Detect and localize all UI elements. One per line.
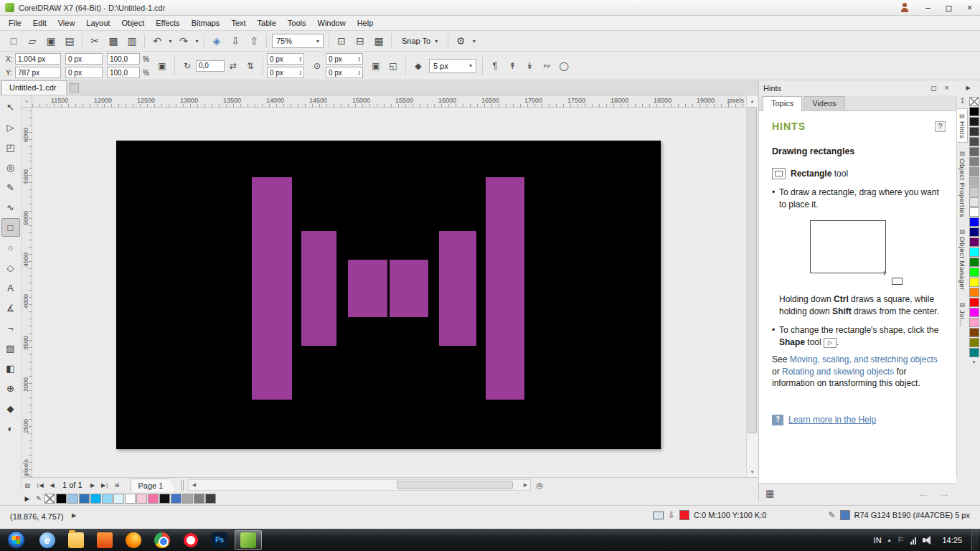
save-icon[interactable]: ▣ <box>42 32 60 50</box>
status-expand-icon[interactable]: ▶ <box>72 512 76 519</box>
purple-rectangle[interactable] <box>348 260 387 317</box>
menu-bitmaps[interactable]: Bitmaps <box>186 17 226 29</box>
color-swatch[interactable] <box>969 167 979 176</box>
ellipse-tool[interactable]: ○ <box>1 238 20 257</box>
taskbar-firefox[interactable] <box>120 530 147 550</box>
mirror-horizontal-button[interactable]: ⇄ <box>225 58 241 74</box>
color-swatch[interactable] <box>56 494 67 504</box>
scroll-up-icon[interactable]: ▴ <box>747 95 758 106</box>
scroll-right-icon[interactable]: ▶ <box>520 480 530 490</box>
new-document-icon[interactable]: □ <box>4 32 23 50</box>
scroll-down-icon[interactable]: ▾ <box>747 466 758 477</box>
pick-tool[interactable]: ↖ <box>1 98 20 116</box>
menu-tools[interactable]: Tools <box>282 17 312 29</box>
help-icon[interactable]: ? <box>935 121 946 132</box>
color-swatch[interactable] <box>969 288 979 297</box>
previous-page-button[interactable]: ◀ <box>46 479 58 491</box>
shape-tool[interactable]: ▷ <box>1 118 20 136</box>
color-swatch[interactable] <box>969 157 979 166</box>
vertical-scrollbar[interactable]: ▴ ▾ <box>746 95 758 477</box>
color-swatch[interactable] <box>969 207 979 217</box>
purple-rectangle[interactable] <box>390 260 428 317</box>
spin-down-icon[interactable]: ▾ <box>358 59 360 62</box>
search-content-icon[interactable]: ◈ <box>207 32 226 50</box>
taskbar-opera[interactable] <box>177 530 204 550</box>
tab-videos[interactable]: Videos <box>804 96 844 110</box>
page-icon[interactable]: ▤ <box>22 479 34 491</box>
color-swatch[interactable] <box>182 494 193 504</box>
color-swatch[interactable] <box>969 147 979 156</box>
forward-icon[interactable]: → <box>939 487 950 499</box>
clock[interactable]: 14:25 <box>942 536 962 545</box>
palette-eyedropper-icon[interactable]: ✎ <box>33 494 44 504</box>
account-icon[interactable] <box>899 2 910 13</box>
mirror-vertical-button[interactable]: ⇅ <box>242 58 258 74</box>
spinner-icon[interactable]: ▴▾ <box>358 56 360 62</box>
color-swatch[interactable] <box>969 107 979 116</box>
show-grid-icon[interactable]: ▦ <box>369 32 388 50</box>
language-indicator[interactable]: IN <box>874 536 882 545</box>
first-page-button[interactable]: ∣◀ <box>34 479 46 491</box>
color-swatch[interactable] <box>194 494 204 504</box>
zoom-level-combo[interactable]: 75%▾ <box>272 34 324 48</box>
scale-horizontal-field[interactable]: 100,0 <box>107 53 140 65</box>
minimize-button[interactable]: – <box>918 1 938 15</box>
add-page-button[interactable]: ⊞ <box>111 479 123 491</box>
splitter-handle[interactable] <box>181 480 185 491</box>
purple-rectangle[interactable] <box>301 231 336 346</box>
corner-top-left-field[interactable]: 0 px ▴▾ <box>267 53 304 65</box>
taskbar-photoshop[interactable]: Ps <box>206 530 233 550</box>
snap-to-button[interactable]: Snap To▾ <box>396 33 443 49</box>
menu-effects[interactable]: Effects <box>150 17 185 29</box>
crop-tool[interactable]: ◰ <box>1 138 20 156</box>
docker-tab-object-properties[interactable]: ▤Object Properties <box>957 146 968 221</box>
menu-edit[interactable]: Edit <box>27 17 52 29</box>
menu-layout[interactable]: Layout <box>80 17 116 29</box>
toolbar-options-icon[interactable]: ▾ <box>470 32 478 50</box>
link-moving-scaling[interactable]: Moving, scaling, and stretching objects <box>790 354 938 364</box>
zoom-to-page-button[interactable]: ◎ <box>533 479 546 491</box>
color-swatch[interactable] <box>159 494 170 504</box>
color-swatch[interactable] <box>969 268 979 277</box>
no-color-swatch[interactable] <box>44 494 55 504</box>
outline-width-combo[interactable]: 5 px ▾ <box>429 59 476 73</box>
relative-corner-scaling-button[interactable]: ◱ <box>385 58 401 74</box>
horizontal-ruler[interactable]: pixels 115001200012500130001350014000145… <box>32 95 746 108</box>
cut-icon[interactable]: ✂ <box>85 32 104 50</box>
palette-scroll-down-icon[interactable]: ▾ <box>973 359 976 365</box>
pushpin-icon[interactable]: ↧ <box>960 98 966 105</box>
polygon-tool[interactable]: ◇ <box>1 258 20 277</box>
spinner-icon[interactable]: ▴▾ <box>299 56 301 62</box>
taskbar-windows-explorer[interactable] <box>62 530 90 550</box>
edit-corners-together-button[interactable]: ▣ <box>368 58 384 74</box>
docker-tab-object-manager[interactable]: ▤Object Manager <box>957 225 968 294</box>
ruler-origin-button[interactable]: + <box>22 95 32 108</box>
color-eyedropper-tool[interactable]: ⊕ <box>1 379 20 397</box>
color-swatch[interactable] <box>969 248 979 257</box>
show-desktop-button[interactable] <box>971 529 979 551</box>
undo-dropdown-icon[interactable]: ▾ <box>166 32 174 50</box>
scale-vertical-field[interactable]: 100,0 <box>107 67 140 78</box>
last-page-button[interactable]: ▶∣ <box>99 479 111 491</box>
menu-table[interactable]: Table <box>252 17 282 29</box>
undo-icon[interactable]: ↶ <box>148 32 166 50</box>
rotation-angle-field[interactable]: 0,0 <box>196 60 225 72</box>
maximize-button[interactable]: ◻ <box>938 1 959 15</box>
object-height-field[interactable]: 0 px <box>65 67 103 78</box>
back-icon[interactable]: ← <box>918 487 929 499</box>
action-center-flag-icon[interactable]: ⚐ <box>897 535 905 545</box>
color-swatch[interactable] <box>113 494 124 504</box>
color-swatch[interactable] <box>969 338 979 347</box>
spin-down-icon[interactable]: ▾ <box>299 72 301 75</box>
taskbar-media-player[interactable] <box>91 530 118 550</box>
color-swatch[interactable] <box>125 494 136 504</box>
redo-dropdown-icon[interactable]: ▾ <box>193 32 201 50</box>
open-shape-icon[interactable]: ◯ <box>556 58 572 74</box>
page-1-tab[interactable]: Page 1 <box>131 479 176 492</box>
color-swatch[interactable] <box>148 494 159 504</box>
close-button[interactable]: × <box>959 1 980 15</box>
color-swatch[interactable] <box>102 494 113 504</box>
spinner-icon[interactable]: ▴▾ <box>299 70 301 75</box>
full-screen-preview-icon[interactable]: ⊡ <box>332 32 351 50</box>
color-swatch[interactable] <box>969 258 979 267</box>
